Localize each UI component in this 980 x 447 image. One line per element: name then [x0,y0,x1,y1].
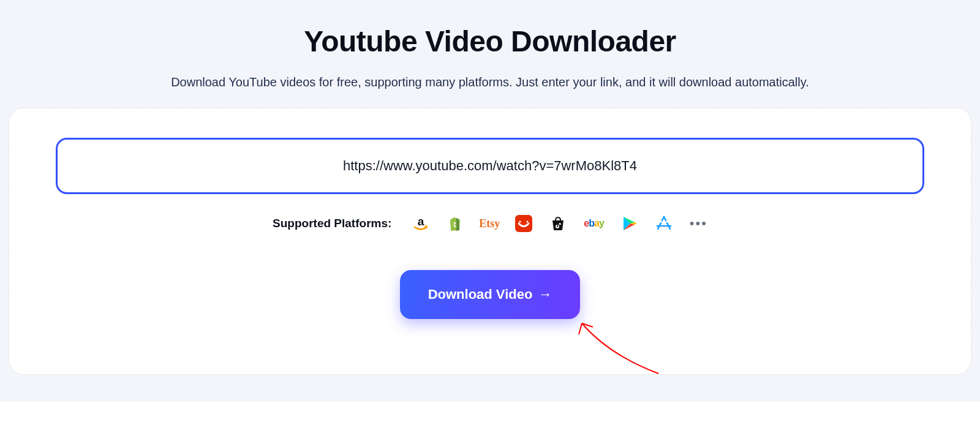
platforms-label: Supported Platforms: [273,217,391,230]
page-title: Youtube Video Downloader [0,24,980,58]
download-button-label: Download Video [428,287,533,302]
download-video-button[interactable]: Download Video → [400,270,581,319]
arrow-right-icon: → [538,287,552,302]
downloader-card: Supported Platforms: a Etsy [9,108,971,375]
svg-rect-1 [515,215,532,232]
svg-text:a: a [418,215,424,228]
svg-point-3 [527,220,529,222]
bottom-area [0,402,980,447]
etsy-icon: Etsy [481,215,498,232]
ebay-icon: ebay [584,215,604,232]
aliexpress-icon [515,215,532,232]
more-platforms-icon[interactable]: ••• [690,217,707,230]
supported-platforms-row: Supported Platforms: a Etsy [56,215,924,232]
page-subtitle: Download YouTube videos for free, suppor… [0,75,980,89]
google-play-icon [621,215,638,232]
app-store-icon [655,215,673,232]
amazon-icon: a [412,215,429,232]
svg-point-2 [519,220,521,222]
shopify-icon [447,215,464,232]
tiktok-shop-icon [549,215,567,232]
video-url-input[interactable] [56,138,924,194]
